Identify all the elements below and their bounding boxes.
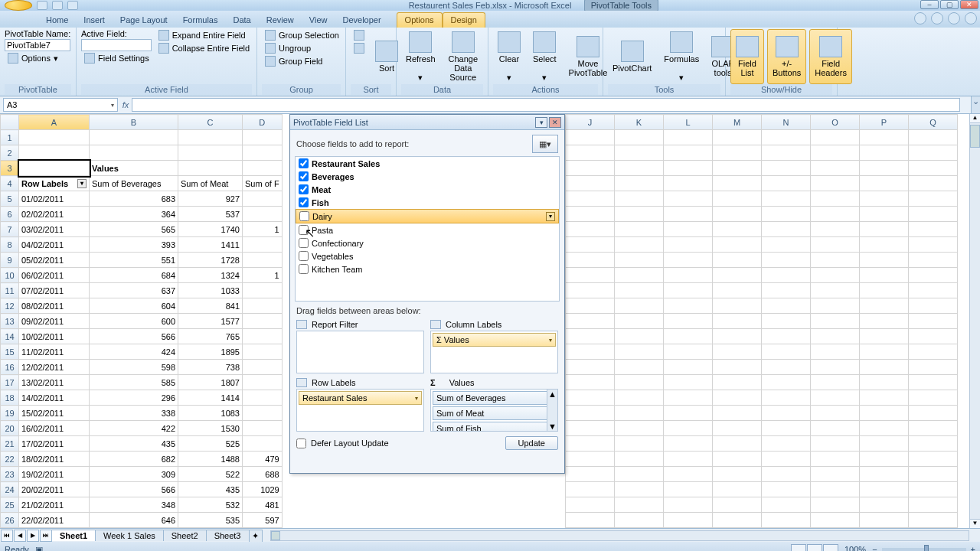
tab-options[interactable]: Options bbox=[397, 12, 443, 28]
values-area[interactable]: Sum of Beverages▾ Sum of Meat▾ Sum of Fi… bbox=[430, 389, 558, 432]
cell[interactable]: 435 bbox=[90, 436, 178, 452]
cell[interactable] bbox=[664, 283, 713, 298]
row-header[interactable]: 26 bbox=[1, 513, 19, 528]
cell[interactable] bbox=[664, 237, 713, 253]
cell[interactable] bbox=[664, 222, 713, 237]
cell[interactable] bbox=[713, 191, 762, 207]
cell[interactable] bbox=[811, 207, 860, 222]
cell[interactable]: 296 bbox=[90, 390, 178, 406]
zoom-in-button[interactable]: + bbox=[971, 545, 975, 551]
cell[interactable] bbox=[713, 130, 762, 145]
cell[interactable]: 09/02/2011 bbox=[19, 314, 90, 329]
row-labels-area[interactable]: Restaurant Sales▾ bbox=[296, 389, 424, 432]
cell[interactable] bbox=[762, 329, 811, 344]
cell[interactable]: 1577 bbox=[178, 314, 243, 329]
cell[interactable] bbox=[762, 161, 811, 176]
sheet-nav-prev[interactable]: ◀ bbox=[14, 530, 26, 542]
cell[interactable]: 1029 bbox=[243, 482, 283, 497]
cell[interactable] bbox=[664, 298, 713, 314]
scroll-down-icon[interactable]: ▼ bbox=[970, 519, 980, 528]
cell[interactable] bbox=[566, 360, 615, 375]
clear-button[interactable]: Clear▾ bbox=[493, 29, 525, 84]
field-item[interactable]: Confectionary bbox=[296, 236, 559, 249]
cell[interactable]: 481 bbox=[243, 497, 283, 513]
sheet-tab[interactable]: Sheet2 bbox=[163, 530, 207, 541]
col-header[interactable]: M bbox=[713, 115, 762, 130]
cell[interactable]: 600 bbox=[90, 314, 178, 329]
row-header[interactable]: 11 bbox=[1, 283, 19, 298]
cell[interactable] bbox=[811, 161, 860, 176]
cell[interactable] bbox=[566, 482, 615, 497]
cell[interactable]: 1530 bbox=[178, 421, 243, 436]
cell[interactable] bbox=[243, 421, 283, 436]
cell[interactable] bbox=[566, 145, 615, 161]
sheet-tab[interactable]: Sheet1 bbox=[51, 530, 96, 541]
cell[interactable] bbox=[811, 298, 860, 314]
cell[interactable]: 1895 bbox=[178, 344, 243, 360]
cell[interactable] bbox=[713, 222, 762, 237]
cell[interactable]: 13/02/2011 bbox=[19, 375, 90, 390]
cell[interactable]: 637 bbox=[90, 283, 178, 298]
cell[interactable] bbox=[664, 406, 713, 421]
redo-icon[interactable] bbox=[67, 1, 78, 10]
cell[interactable] bbox=[811, 344, 860, 360]
cell[interactable] bbox=[615, 421, 664, 436]
cell[interactable]: 585 bbox=[90, 375, 178, 390]
cell[interactable]: 1324 bbox=[178, 268, 243, 283]
cell[interactable] bbox=[811, 421, 860, 436]
cell[interactable] bbox=[615, 360, 664, 375]
cell[interactable] bbox=[664, 268, 713, 283]
close-button[interactable]: ✕ bbox=[960, 0, 978, 9]
cell[interactable] bbox=[762, 452, 811, 467]
cell[interactable] bbox=[762, 513, 811, 528]
undo-icon[interactable] bbox=[52, 1, 63, 10]
cell[interactable] bbox=[860, 436, 909, 452]
minimize-workbook-button[interactable] bbox=[931, 12, 943, 24]
field-checkbox[interactable] bbox=[299, 158, 309, 168]
expand-field-button[interactable]: Expand Entire Field bbox=[155, 29, 253, 41]
cell[interactable] bbox=[909, 390, 958, 406]
cell[interactable] bbox=[615, 268, 664, 283]
cell[interactable] bbox=[860, 314, 909, 329]
cell[interactable] bbox=[664, 176, 713, 191]
cell[interactable] bbox=[860, 222, 909, 237]
cell[interactable] bbox=[762, 390, 811, 406]
cell[interactable] bbox=[909, 406, 958, 421]
field-checkbox[interactable] bbox=[299, 211, 309, 221]
cell[interactable]: 22/02/2011 bbox=[19, 513, 90, 528]
cell[interactable] bbox=[615, 497, 664, 513]
cell[interactable] bbox=[909, 130, 958, 145]
row-header[interactable]: 13 bbox=[1, 314, 19, 329]
insert-sheet-button[interactable]: ✦ bbox=[249, 530, 263, 542]
cell[interactable]: 1488 bbox=[178, 452, 243, 467]
plusminus-buttons-button[interactable]: +/- Buttons bbox=[767, 29, 806, 84]
scroll-thumb[interactable] bbox=[271, 531, 280, 540]
cell[interactable] bbox=[243, 375, 283, 390]
cell[interactable]: 682 bbox=[90, 452, 178, 467]
cell[interactable] bbox=[860, 268, 909, 283]
cell[interactable] bbox=[713, 375, 762, 390]
cell[interactable]: 738 bbox=[178, 360, 243, 375]
sheet-nav-next[interactable]: ▶ bbox=[27, 530, 39, 542]
sum-beverages-header[interactable]: Sum of Beverages bbox=[90, 176, 178, 191]
row-header[interactable]: 24 bbox=[1, 482, 19, 497]
cell[interactable] bbox=[664, 145, 713, 161]
row-header[interactable]: 3 bbox=[1, 161, 19, 176]
cell[interactable]: 19/02/2011 bbox=[19, 467, 90, 482]
cell[interactable] bbox=[909, 513, 958, 528]
cell[interactable] bbox=[566, 253, 615, 268]
cell[interactable] bbox=[860, 329, 909, 344]
cell[interactable] bbox=[811, 253, 860, 268]
sum-fish-header[interactable]: Sum of F bbox=[243, 176, 283, 191]
cell[interactable] bbox=[664, 452, 713, 467]
report-filter-area[interactable] bbox=[296, 331, 424, 373]
cell[interactable] bbox=[909, 421, 958, 436]
cell[interactable]: 522 bbox=[178, 467, 243, 482]
cell[interactable]: 424 bbox=[90, 344, 178, 360]
cell[interactable] bbox=[243, 344, 283, 360]
cell[interactable] bbox=[664, 421, 713, 436]
layout-options-button[interactable]: ▦▾ bbox=[532, 135, 558, 153]
cell[interactable]: 688 bbox=[243, 467, 283, 482]
cell[interactable] bbox=[909, 176, 958, 191]
chevron-down-icon[interactable]: ▾ bbox=[546, 212, 555, 221]
